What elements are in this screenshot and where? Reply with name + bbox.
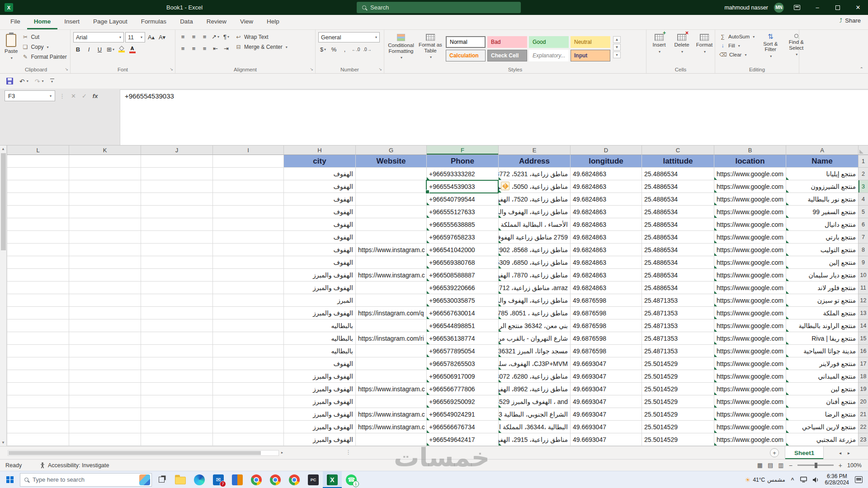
cell-lattitude-20[interactable]: 25.5014529 [642, 395, 714, 408]
column-header-J[interactable]: J [141, 145, 212, 155]
cell-empty[interactable] [69, 370, 141, 383]
cell-lattitude-18[interactable]: 25.5014529 [642, 370, 714, 383]
cell-empty[interactable] [141, 231, 212, 244]
cell-lattitude-5[interactable]: 25.4886534 [642, 206, 714, 218]
align-bottom-button[interactable]: ≡ [200, 32, 209, 42]
header-cell-website[interactable]: Website [355, 155, 426, 168]
cell-address-5[interactable]: مناطق زراعية، الهفوف والمبرز [498, 206, 570, 218]
ribbon-display-options-button[interactable] [790, 0, 804, 15]
cell-city-8[interactable]: الهفوف [283, 244, 355, 256]
cell-location-18[interactable]: https://www.google.com [714, 370, 786, 383]
cell-empty[interactable] [69, 269, 141, 282]
cell-city-12[interactable]: المبرز [283, 294, 355, 307]
cell-empty[interactable] [7, 395, 69, 408]
cell-website-14[interactable] [355, 319, 426, 332]
cell-longitude-13[interactable]: 49.6876598 [570, 307, 642, 319]
cell-phone-11[interactable]: +966539220666 [426, 282, 498, 294]
row-number-16[interactable]: 16 [858, 345, 868, 357]
cell-phone-22[interactable]: +966566676734 [426, 421, 498, 433]
enter-button[interactable]: ✓ [82, 93, 87, 99]
vertical-scrollbar[interactable]: ▲ ▼ [0, 145, 7, 446]
cell-style-input[interactable]: Input [571, 50, 610, 61]
column-header-H[interactable]: H [283, 145, 355, 155]
cell-phone-13[interactable]: +966567630014 [426, 307, 498, 319]
cell-lattitude-23[interactable]: 25.5014529 [642, 433, 714, 446]
cell-lattitude-3[interactable]: 25.4886534 [642, 180, 714, 193]
cell-location-19[interactable]: https://www.google.com [714, 383, 786, 395]
cell-longitude-23[interactable]: 49.6693047 [570, 433, 642, 446]
cell-empty[interactable] [212, 383, 283, 395]
row-number-23[interactable]: 23 [858, 433, 868, 446]
cell-name-20[interactable]: منتجع أفنان [786, 395, 858, 408]
align-top-button[interactable]: ≡ [178, 32, 188, 42]
clipboard-dialog-launcher[interactable]: ↘ [65, 67, 68, 71]
cell-empty[interactable] [212, 433, 283, 446]
ribbon-tab-file[interactable]: File [4, 15, 27, 29]
cell-location-9[interactable]: https://www.google.com [714, 256, 786, 269]
cell-city-10[interactable]: الهفوف والمبرز [283, 269, 355, 282]
redo-button[interactable]: ↷▾ [35, 78, 44, 85]
cell-website-6[interactable] [355, 218, 426, 231]
cell-empty[interactable] [141, 383, 212, 395]
horizontal-scrollbar[interactable] [8, 450, 279, 456]
cell-empty[interactable] [212, 408, 283, 421]
cell-phone-17[interactable]: +966578265503 [426, 357, 498, 370]
cell-longitude-17[interactable]: 49.6693047 [570, 357, 642, 370]
row-number-1[interactable]: 1 [858, 155, 868, 168]
sort-filter-button[interactable]: ⇅ Sort & Filter▾ [759, 32, 782, 59]
cell-location-22[interactable]: https://www.google.com [714, 421, 786, 433]
cell-empty[interactable] [7, 307, 69, 319]
pc-app-button[interactable]: PC [304, 471, 323, 488]
cell-city-3[interactable]: الهفوف [283, 180, 355, 193]
increase-indent-button[interactable]: ⇥ [222, 44, 231, 53]
cell-address-2[interactable]: مناطق زراعية، 5231، 8772 [498, 168, 570, 180]
chrome-button-3[interactable] [285, 471, 304, 488]
cell-website-21[interactable]: https://www.instagram.c [355, 408, 426, 421]
cell-location-2[interactable]: https://www.google.com [714, 168, 786, 180]
cell-phone-18[interactable]: +966506917009 [426, 370, 498, 383]
cell-website-17[interactable] [355, 357, 426, 370]
cell-empty[interactable] [212, 244, 283, 256]
font-family-select[interactable]: Arial▾ [73, 32, 124, 42]
action-center-icon[interactable] [855, 476, 863, 483]
column-header-K[interactable]: K [69, 145, 141, 155]
cell-name-22[interactable]: منتجع لارين السياحي [786, 421, 858, 433]
align-middle-button[interactable]: ≡ [189, 32, 198, 42]
cell-lattitude-12[interactable]: 25.4871353 [642, 294, 714, 307]
cell-longitude-4[interactable]: 49.6824863 [570, 193, 642, 206]
cell-empty[interactable] [212, 231, 283, 244]
orientation-button[interactable]: ↗▾ [211, 32, 220, 42]
cell-empty[interactable] [69, 307, 141, 319]
task-view-button[interactable] [152, 471, 171, 488]
volume-tray-icon[interactable] [813, 477, 819, 483]
cell-style-good[interactable]: Good [529, 36, 569, 48]
ribbon-tab-view[interactable]: View [233, 15, 260, 29]
decrease-indent-button[interactable]: ⇤ [211, 44, 220, 53]
gallery-more-button[interactable]: ▾ [613, 52, 621, 58]
cell-phone-4[interactable]: +966540799544 [426, 193, 498, 206]
bold-button[interactable]: B [73, 45, 83, 54]
cell-name-3[interactable]: منتجع الشيرزوون [786, 180, 858, 193]
cell-longitude-8[interactable]: 49.6824863 [570, 244, 642, 256]
cell-location-3[interactable]: https://www.google.com [714, 180, 786, 193]
row-number-14[interactable]: 14 [858, 319, 868, 332]
zoom-slider-thumb[interactable] [815, 463, 817, 468]
cell-empty[interactable] [141, 294, 212, 307]
row-number-11[interactable]: 11 [858, 282, 868, 294]
row-number-19[interactable]: 19 [858, 383, 868, 395]
cell-website-18[interactable] [355, 370, 426, 383]
cell-website-4[interactable] [355, 193, 426, 206]
cell-name-5[interactable]: منتجع السفير 99 [786, 206, 858, 218]
paste-button[interactable]: Paste▾ [5, 32, 18, 62]
cell-phone-2[interactable]: +966593333282 [426, 168, 498, 180]
cell-empty[interactable] [7, 180, 69, 193]
next-sheet-icon[interactable]: ▸ [848, 450, 850, 455]
cell-style-normal[interactable]: Normal [446, 36, 486, 48]
cell-phone-7[interactable]: +966597658233 [426, 231, 498, 244]
comma-style-button[interactable]: , [340, 45, 349, 54]
font-color-button[interactable]: A [127, 45, 137, 54]
cell-address-17[interactable]: CJ3P+MVM، الهفوف، سلطان [498, 357, 570, 370]
cell-lattitude-8[interactable]: 25.4886534 [642, 244, 714, 256]
row-number-8[interactable]: 8 [858, 244, 868, 256]
cell-lattitude-16[interactable]: 25.4871353 [642, 345, 714, 357]
